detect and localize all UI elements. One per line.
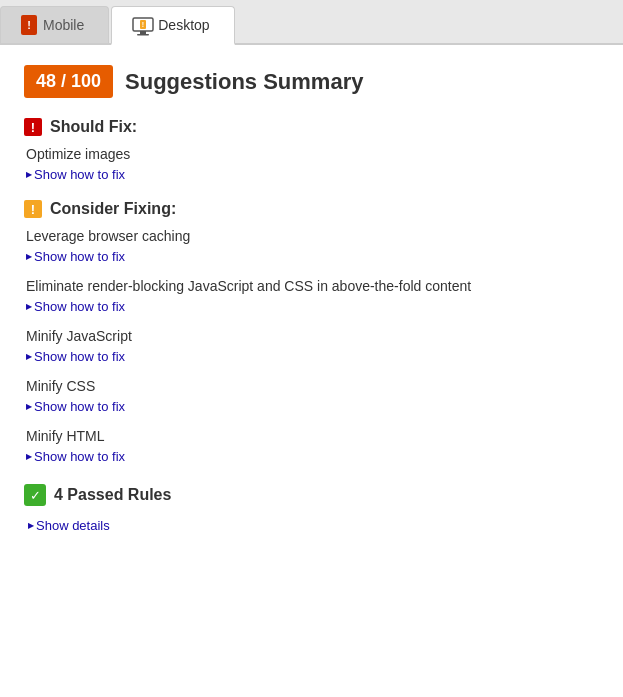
show-how-to-fix-minify-js[interactable]: Show how to fix bbox=[26, 349, 125, 364]
list-item: Optimize images Show how to fix bbox=[24, 146, 599, 182]
consider-fixing-icon: ! bbox=[24, 200, 42, 218]
show-how-to-fix-leverage-caching[interactable]: Show how to fix bbox=[26, 249, 125, 264]
consider-fixing-header: ! Consider Fixing: bbox=[24, 200, 599, 218]
desktop-warning-icon: ! bbox=[132, 17, 152, 33]
tab-mobile[interactable]: ! Mobile bbox=[0, 6, 109, 43]
mobile-warning-icon: ! bbox=[21, 15, 37, 35]
item-title-minify-js: Minify JavaScript bbox=[26, 328, 599, 344]
svg-rect-1 bbox=[140, 31, 146, 34]
show-how-to-fix-minify-html[interactable]: Show how to fix bbox=[26, 449, 125, 464]
should-fix-title: Should Fix: bbox=[50, 118, 137, 136]
list-item: Minify CSS Show how to fix bbox=[24, 378, 599, 414]
tabs-bar: ! Mobile ! Desktop bbox=[0, 0, 623, 45]
item-title-minify-html: Minify HTML bbox=[26, 428, 599, 444]
list-item: Eliminate render-blocking JavaScript and… bbox=[24, 278, 599, 314]
show-details-link[interactable]: Show details bbox=[28, 518, 110, 533]
svg-text:!: ! bbox=[142, 21, 144, 28]
show-how-to-fix-optimize-images[interactable]: Show how to fix bbox=[26, 167, 125, 182]
score-badge: 48 / 100 bbox=[24, 65, 113, 98]
consider-fixing-title: Consider Fixing: bbox=[50, 200, 176, 218]
tab-desktop-label: Desktop bbox=[158, 17, 209, 33]
tab-mobile-label: Mobile bbox=[43, 17, 84, 33]
score-title: Suggestions Summary bbox=[125, 69, 363, 95]
list-item: Leverage browser caching Show how to fix bbox=[24, 228, 599, 264]
main-content: 48 / 100 Suggestions Summary ! Should Fi… bbox=[0, 45, 623, 553]
item-title-leverage-caching: Leverage browser caching bbox=[26, 228, 599, 244]
consider-fixing-section: ! Consider Fixing: Leverage browser cach… bbox=[24, 200, 599, 464]
show-how-to-fix-minify-css[interactable]: Show how to fix bbox=[26, 399, 125, 414]
list-item: Minify JavaScript Show how to fix bbox=[24, 328, 599, 364]
passed-rules-icon: ✓ bbox=[24, 484, 46, 506]
passed-rules-title: 4 Passed Rules bbox=[54, 486, 171, 504]
item-title-minify-css: Minify CSS bbox=[26, 378, 599, 394]
score-header: 48 / 100 Suggestions Summary bbox=[24, 65, 599, 98]
svg-rect-2 bbox=[137, 34, 149, 36]
item-title-render-blocking: Eliminate render-blocking JavaScript and… bbox=[26, 278, 599, 294]
tab-desktop[interactable]: ! Desktop bbox=[111, 6, 234, 45]
list-item: Minify HTML Show how to fix bbox=[24, 428, 599, 464]
should-fix-icon: ! bbox=[24, 118, 42, 136]
item-title-optimize-images: Optimize images bbox=[26, 146, 599, 162]
show-how-to-fix-render-blocking[interactable]: Show how to fix bbox=[26, 299, 125, 314]
should-fix-section: ! Should Fix: Optimize images Show how t… bbox=[24, 118, 599, 182]
should-fix-header: ! Should Fix: bbox=[24, 118, 599, 136]
passed-rules-section: ✓ 4 Passed Rules bbox=[24, 484, 599, 506]
